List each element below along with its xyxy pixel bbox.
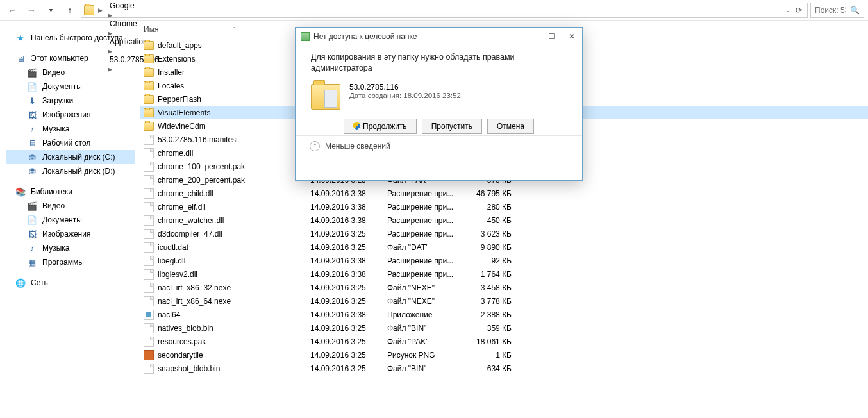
file-name: 53.0.2785.116.manifest xyxy=(158,135,238,144)
sidebar-item[interactable]: 📄Документы xyxy=(6,79,135,94)
file-size: 46 795 КБ xyxy=(467,189,515,198)
file-icon xyxy=(144,256,154,266)
file-row[interactable]: secondarytile14.09.2016 3:25Рисунок PNG1… xyxy=(140,348,868,362)
file-name: Extensions xyxy=(158,54,196,63)
sidebar-item[interactable]: 🖥Рабочий стол xyxy=(6,136,135,150)
maximize-button[interactable]: ☐ xyxy=(545,32,558,41)
file-date: 14.09.2016 3:25 xyxy=(306,230,383,238)
file-row[interactable]: chrome_child.dll14.09.2016 3:38Расширени… xyxy=(140,187,868,200)
sidebar-item[interactable]: ▦Программы xyxy=(6,255,135,269)
sidebar-item-label: Изображения xyxy=(42,110,90,119)
file-size: 634 КБ xyxy=(467,364,515,373)
recent-dropdown[interactable]: ▾ xyxy=(42,3,59,18)
sidebar-item[interactable]: ⬇Загрузки xyxy=(6,94,135,108)
sidebar-item[interactable]: 🖼Изображения xyxy=(6,108,135,122)
skip-button[interactable]: Пропустить xyxy=(422,119,482,134)
file-name: nacl_irt_x86_32.nexe xyxy=(158,283,231,292)
sidebar-item-icon: ♪ xyxy=(27,124,37,134)
sidebar-this-pc[interactable]: 🖥Этот компьютер xyxy=(6,51,135,65)
dropdown-icon[interactable]: ⌄ xyxy=(785,6,790,13)
close-button[interactable]: ✕ xyxy=(565,32,578,41)
sidebar-item-icon: 📄 xyxy=(27,215,37,225)
file-date: 14.09.2016 3:25 xyxy=(306,324,383,333)
file-type: Файл "NEXE" xyxy=(383,283,467,292)
sidebar-item[interactable]: 🖼Изображения xyxy=(6,227,135,241)
folder-large-icon xyxy=(311,84,340,110)
forward-button[interactable]: → xyxy=(23,3,40,18)
search-box[interactable]: 🔍 xyxy=(810,3,864,18)
file-icon xyxy=(144,283,154,293)
file-type: Файл "PAK" xyxy=(383,337,467,346)
sidebar-item-icon: 🖼 xyxy=(27,110,37,120)
file-icon xyxy=(144,229,154,239)
file-icon xyxy=(144,95,154,104)
sidebar-item[interactable]: ♪Музыка xyxy=(6,122,135,136)
search-icon: 🔍 xyxy=(850,6,860,15)
file-row[interactable]: libglesv2.dll14.09.2016 3:38Расширение п… xyxy=(140,267,868,281)
file-row[interactable]: d3dcompiler_47.dll14.09.2016 3:25Расшире… xyxy=(140,227,868,240)
file-row[interactable]: libegl.dll14.09.2016 3:38Расширение при.… xyxy=(140,254,868,267)
libraries-label: Библиотеки xyxy=(31,187,72,196)
file-size: 1 764 КБ xyxy=(467,270,515,279)
libraries-icon: 📚 xyxy=(15,187,26,197)
file-name: snapshot_blob.bin xyxy=(158,364,220,373)
file-date: 14.09.2016 3:25 xyxy=(306,297,383,306)
file-icon xyxy=(144,135,154,145)
sidebar-item[interactable]: 🎬Видео xyxy=(6,199,135,213)
sidebar-libraries[interactable]: 📚Библиотеки xyxy=(6,185,135,199)
shield-icon xyxy=(353,122,360,130)
file-row[interactable]: natives_blob.bin14.09.2016 3:25Файл "BIN… xyxy=(140,321,868,335)
sidebar-item[interactable]: ⛃Локальный диск (D:) xyxy=(6,164,135,178)
sidebar-quick-access[interactable]: ★Панель быстрого доступа xyxy=(6,31,135,45)
file-name: default_apps xyxy=(158,41,202,50)
file-name: icudtl.dat xyxy=(158,243,188,252)
sidebar-item[interactable]: ⛃Локальный диск (C:) xyxy=(6,150,135,164)
file-row[interactable]: resources.pak14.09.2016 3:25Файл "PAK"18… xyxy=(140,335,868,348)
search-input[interactable] xyxy=(815,6,846,15)
file-row[interactable]: icudtl.dat14.09.2016 3:25Файл "DAT"9 890… xyxy=(140,240,868,254)
dialog-object-name: 53.0.2785.116 xyxy=(349,83,461,92)
file-date: 14.09.2016 3:38 xyxy=(306,310,383,319)
file-row[interactable]: chrome_watcher.dll14.09.2016 3:38Расшире… xyxy=(140,213,868,227)
sidebar-item-icon: 🖥 xyxy=(27,138,37,148)
file-row[interactable]: chrome_elf.dll14.09.2016 3:38Расширение … xyxy=(140,200,868,213)
file-name: d3dcompiler_47.dll xyxy=(158,230,222,238)
sidebar-item[interactable]: ♪Музыка xyxy=(6,241,135,255)
continue-button[interactable]: Продолжить xyxy=(344,119,417,134)
dialog-app-icon xyxy=(301,32,310,41)
cancel-button[interactable]: Отмена xyxy=(487,119,534,134)
less-details-label: Меньше сведений xyxy=(325,142,390,151)
file-icon xyxy=(144,41,154,50)
column-name-label: Имя xyxy=(144,25,158,34)
file-row[interactable]: nacl_irt_x86_64.nexe14.09.2016 3:25Файл … xyxy=(140,294,868,308)
sidebar-item[interactable]: 🎬Видео xyxy=(6,65,135,79)
file-icon xyxy=(144,323,154,333)
file-size: 2 388 КБ xyxy=(467,310,515,319)
file-icon xyxy=(144,350,154,360)
file-type: Файл "BIN" xyxy=(383,324,467,333)
minimize-button[interactable]: — xyxy=(524,32,537,41)
chevron-right-icon: ▶ xyxy=(106,12,113,19)
file-type: Расширение при... xyxy=(383,256,467,265)
folder-icon xyxy=(84,5,94,15)
column-name[interactable]: Имя˄ xyxy=(140,25,306,34)
file-icon xyxy=(144,296,154,306)
dialog-footer[interactable]: ˄ Меньше сведений xyxy=(296,135,582,157)
refresh-icon[interactable]: ⟳ xyxy=(793,6,805,15)
sidebar-item[interactable]: 📄Документы xyxy=(6,213,135,227)
file-row[interactable]: nacl6414.09.2016 3:38Приложение2 388 КБ xyxy=(140,308,868,321)
breadcrumb-item[interactable]: Google xyxy=(106,1,186,10)
breadcrumb-bar[interactable]: ▶ Этот компьютер▶Локальный диск (C:)▶Pro… xyxy=(81,3,808,18)
file-type: Файл "NEXE" xyxy=(383,297,467,306)
file-date: 14.09.2016 3:25 xyxy=(306,243,383,252)
dialog-titlebar[interactable]: Нет доступа к целевой папке — ☐ ✕ xyxy=(296,28,582,46)
sidebar-item-label: Музыка xyxy=(42,244,69,253)
file-row[interactable]: nacl_irt_x86_32.nexe14.09.2016 3:25Файл … xyxy=(140,281,868,294)
back-button[interactable]: ← xyxy=(4,3,21,18)
up-button[interactable]: ↑ xyxy=(62,3,78,18)
sidebar-network[interactable]: 🌐Сеть xyxy=(6,276,135,290)
file-row[interactable]: snapshot_blob.bin14.09.2016 3:25Файл "BI… xyxy=(140,362,868,375)
chevron-right-icon: ▶ xyxy=(106,0,113,1)
file-name: libglesv2.dll xyxy=(158,270,197,279)
network-label: Сеть xyxy=(31,278,48,287)
